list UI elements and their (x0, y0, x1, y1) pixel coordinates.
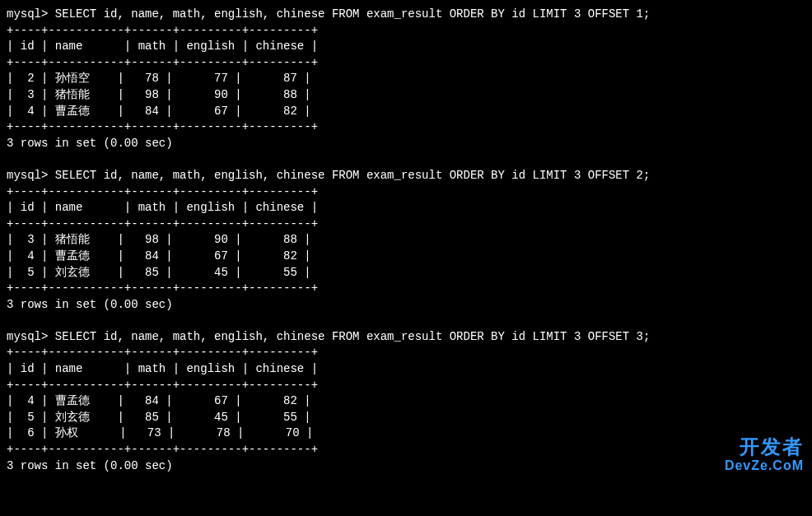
mysql-prompt: mysql> (7, 169, 48, 182)
table-row: | 3 | 猪悟能 | 98 | 90 | 88 | (7, 232, 805, 249)
watermark-logo: 开发者 DevZe.CoM (725, 436, 804, 472)
table-row: | 4 | 曹孟德 | 84 | 67 | 82 | (7, 249, 805, 265)
sql-query: SELECT id, name, math, english, chinese … (48, 7, 650, 21)
table-border: +----+-----------+------+---------+-----… (7, 281, 805, 297)
table-header: | id | name | math | english | chinese | (7, 39, 805, 55)
table-border: +----+-----------+------+---------+-----… (7, 442, 805, 458)
watermark-text-en: DevZe.CoM (725, 458, 804, 473)
table-row: | 6 | 孙权 | 73 | 78 | 70 | (7, 425, 805, 442)
table-row: | 3 | 猪悟能 | 98 | 90 | 88 | (7, 87, 805, 104)
table-border: +----+-----------+------+---------+-----… (7, 184, 805, 201)
table-border: +----+-----------+------+---------+-----… (7, 216, 805, 233)
table-row: | 2 | 孙悟空 | 78 | 77 | 87 | (7, 71, 805, 87)
sql-prompt-line[interactable]: mysql> SELECT id, name, math, english, c… (7, 168, 805, 184)
watermark-text-cn: 开发者 (725, 436, 804, 458)
table-header: | id | name | math | english | chinese | (7, 200, 805, 216)
table-border: +----+-----------+------+---------+-----… (7, 55, 805, 72)
blank-line (7, 313, 805, 329)
table-row: | 5 | 刘玄德 | 85 | 45 | 55 | (7, 410, 805, 426)
mysql-prompt: mysql> (7, 7, 48, 21)
table-border: +----+-----------+------+---------+-----… (7, 23, 805, 40)
sql-prompt-line[interactable]: mysql> SELECT id, name, math, english, c… (7, 7, 805, 23)
table-border: +----+-----------+------+---------+-----… (7, 378, 805, 394)
query-status: 3 rows in set (0.00 sec) (7, 297, 805, 314)
sql-query: SELECT id, name, math, english, chinese … (48, 330, 650, 343)
terminal-output[interactable]: mysql> SELECT id, name, math, english, c… (7, 7, 805, 474)
query-status: 3 rows in set (0.00 sec) (7, 458, 805, 475)
table-border: +----+-----------+------+---------+-----… (7, 345, 805, 361)
query-status: 3 rows in set (0.00 sec) (7, 136, 805, 152)
sql-query: SELECT id, name, math, english, chinese … (48, 169, 650, 182)
table-border: +----+-----------+------+---------+-----… (7, 119, 805, 136)
table-row: | 4 | 曹孟德 | 84 | 67 | 82 | (7, 104, 805, 120)
sql-prompt-line[interactable]: mysql> SELECT id, name, math, english, c… (7, 329, 805, 346)
table-row: | 4 | 曹孟德 | 84 | 67 | 82 | (7, 393, 805, 410)
table-header: | id | name | math | english | chinese | (7, 361, 805, 378)
blank-line (7, 151, 805, 168)
table-row: | 5 | 刘玄德 | 85 | 45 | 55 | (7, 265, 805, 281)
mysql-prompt: mysql> (7, 330, 48, 343)
